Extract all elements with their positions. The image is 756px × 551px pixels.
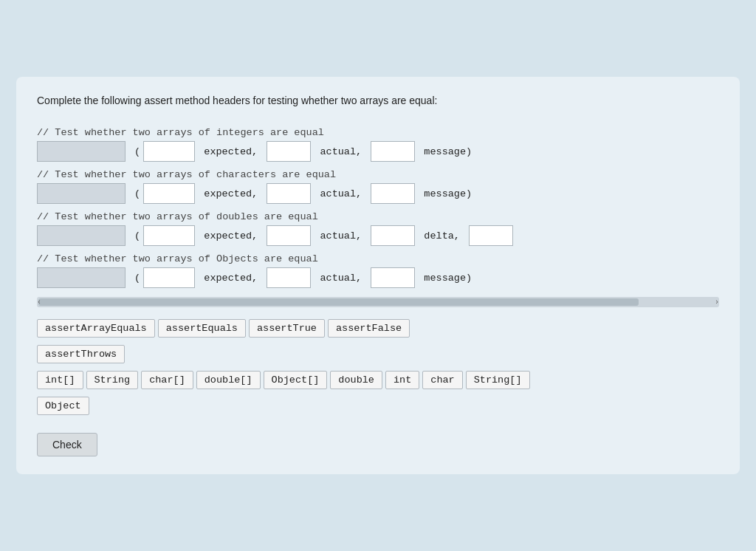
- comment-2: // Test whether two arrays of characters…: [37, 169, 719, 180]
- drop-zone-1-4[interactable]: [371, 141, 415, 162]
- scroll-right-icon[interactable]: ›: [715, 298, 719, 307]
- drop-zone-4-3[interactable]: [267, 267, 311, 288]
- paren-1: (: [126, 146, 143, 157]
- input-row-1: ( expected, actual, message): [37, 141, 719, 162]
- comment-3: // Test whether two arrays of doubles ar…: [37, 211, 719, 222]
- drop-zone-2-3[interactable]: [267, 183, 311, 204]
- drop-zone-4-2[interactable]: [143, 267, 195, 288]
- drop-zone-3-2[interactable]: [143, 225, 195, 246]
- token-char-array[interactable]: char[]: [141, 371, 193, 389]
- suffix-1: message): [415, 146, 475, 157]
- token-assertEquals[interactable]: assertEquals: [158, 319, 246, 338]
- drop-zone-2-1[interactable]: [37, 183, 126, 204]
- scrollbar-thumb[interactable]: [38, 298, 639, 306]
- paren-2: (: [126, 188, 143, 199]
- expected-4: expected,: [195, 273, 267, 284]
- drop-zone-1-1[interactable]: [37, 141, 126, 162]
- drop-zone-3-5[interactable]: [469, 225, 513, 246]
- token-double[interactable]: double: [330, 371, 382, 389]
- token-int-array[interactable]: int[]: [37, 371, 83, 389]
- token-Object-array[interactable]: Object[]: [264, 371, 328, 389]
- suffix-2: message): [415, 188, 475, 199]
- token-assertTrue[interactable]: assertTrue: [249, 319, 325, 338]
- check-button[interactable]: Check: [37, 433, 97, 456]
- token-int[interactable]: int: [385, 371, 419, 389]
- input-row-3: ( expected, actual, delta,: [37, 225, 719, 246]
- drop-zone-2-4[interactable]: [371, 183, 415, 204]
- token-assertThrows[interactable]: assertThrows: [37, 345, 125, 363]
- token-char[interactable]: char: [422, 371, 462, 389]
- instruction-text: Complete the following assert method hea…: [37, 95, 719, 106]
- drop-zone-3-3[interactable]: [267, 225, 311, 246]
- actual-4: actual,: [311, 273, 371, 284]
- comment-4: // Test whether two arrays of Objects ar…: [37, 253, 719, 264]
- suffix-4: message): [415, 273, 475, 284]
- drop-zone-1-3[interactable]: [267, 141, 311, 162]
- comment-1: // Test whether two arrays of integers a…: [37, 127, 719, 138]
- token-section-types: int[] String char[] double[] Object[] do…: [37, 371, 719, 389]
- paren-3: (: [126, 230, 143, 242]
- token-String[interactable]: String: [86, 371, 139, 389]
- token-section-assert-throws: assertThrows: [37, 345, 719, 363]
- expected-2: expected,: [195, 188, 267, 199]
- token-String-array[interactable]: String[]: [466, 371, 530, 389]
- token-section-assert-methods: assertArrayEquals assertEquals assertTru…: [37, 319, 719, 338]
- token-Object[interactable]: Object: [37, 397, 89, 415]
- actual-3: actual,: [311, 230, 371, 242]
- token-assertFalse[interactable]: assertFalse: [328, 319, 410, 338]
- actual-2: actual,: [311, 188, 371, 199]
- drop-zone-1-2[interactable]: [143, 141, 195, 162]
- code-area: // Test whether two arrays of integers a…: [37, 120, 719, 290]
- paren-4: (: [126, 273, 143, 284]
- drop-zone-3-4[interactable]: [371, 225, 415, 246]
- token-assertArrayEquals[interactable]: assertArrayEquals: [37, 319, 155, 338]
- drop-zone-4-1[interactable]: [37, 267, 126, 288]
- token-section-object: Object: [37, 397, 719, 415]
- delta-3: delta,: [415, 230, 469, 242]
- drop-zone-3-1[interactable]: [37, 225, 126, 246]
- actual-1: actual,: [311, 146, 371, 157]
- input-row-4: ( expected, actual, message): [37, 267, 719, 288]
- token-double-array[interactable]: double[]: [196, 371, 261, 389]
- expected-3: expected,: [195, 230, 267, 242]
- drop-zone-4-4[interactable]: [371, 267, 415, 288]
- expected-1: expected,: [195, 146, 267, 157]
- input-row-2: ( expected, actual, message): [37, 183, 719, 204]
- main-container: Complete the following assert method hea…: [16, 77, 740, 474]
- scroll-left-icon[interactable]: ‹: [37, 298, 41, 307]
- drop-zone-2-2[interactable]: [143, 183, 195, 204]
- horizontal-scrollbar[interactable]: ‹ ›: [37, 297, 719, 307]
